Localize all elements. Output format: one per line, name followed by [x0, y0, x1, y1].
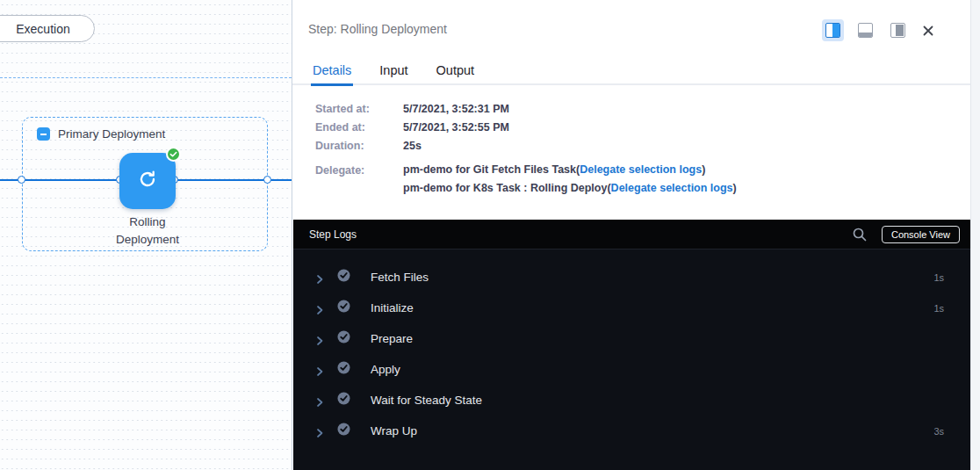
detail-value: 25s: [403, 141, 422, 152]
chevron-right-icon[interactable]: [314, 395, 325, 406]
node-label: Rolling Deployment: [90, 213, 205, 249]
collapse-minus-icon[interactable]: [37, 127, 50, 141]
pipeline-canvas[interactable]: Execution Primary Deployment: [0, 0, 292, 470]
stage-boundary-dashed-line: [0, 77, 292, 78]
log-step-row[interactable]: Fetch Files 1s: [293, 262, 972, 293]
tab-output[interactable]: Output: [436, 55, 475, 84]
check-circle-icon: [337, 361, 350, 378]
chevron-right-icon[interactable]: [314, 426, 325, 437]
layout-right-icon[interactable]: [887, 19, 909, 41]
log-step-row[interactable]: Prepare: [293, 323, 972, 354]
detail-label: Ended at:: [315, 122, 403, 134]
delegate-line: pm-demo for K8s Task : Rolling Deploy(De…: [403, 183, 737, 194]
pipeline-execution-screen: Execution Primary Deployment: [0, 0, 980, 470]
check-circle-icon: [337, 300, 350, 316]
check-circle-icon: [337, 423, 350, 439]
refresh-icon: [137, 169, 158, 193]
panel-window-controls: [822, 19, 935, 41]
connector-port: [18, 176, 25, 184]
log-step-duration: 1s: [933, 303, 944, 314]
log-step-label: Fetch Files: [371, 271, 429, 284]
tab-input[interactable]: Input: [379, 55, 407, 84]
layout-bottom-icon[interactable]: [854, 19, 876, 41]
log-step-label: Apply: [371, 363, 400, 376]
check-circle-icon: [337, 269, 350, 286]
detail-row-ended: Ended at: 5/7/2021, 3:52:55 PM: [315, 122, 737, 134]
chevron-right-icon[interactable]: [314, 334, 325, 344]
log-step-row[interactable]: Wrap Up 3s: [293, 416, 972, 446]
delegate-line: pm-demo for Git Fetch Files Task(Delegat…: [403, 164, 737, 176]
log-step-label: Prepare: [371, 332, 413, 345]
panel-scrollbar[interactable]: [970, 0, 980, 470]
step-logs-header: Step Logs Console View: [293, 220, 972, 249]
execution-breadcrumb-pill[interactable]: Execution: [0, 15, 95, 42]
chevron-right-icon[interactable]: [314, 365, 325, 375]
check-circle-icon: [337, 330, 350, 347]
step-node-rolling-deployment[interactable]: [119, 153, 176, 209]
detail-value: 5/7/2021, 3:52:31 PM: [403, 104, 509, 115]
log-step-label: Initialize: [371, 301, 414, 315]
group-label: Primary Deployment: [58, 127, 165, 141]
close-icon[interactable]: [921, 24, 935, 38]
tab-details[interactable]: Details: [313, 55, 351, 84]
detail-row-duration: Duration: 25s: [315, 141, 737, 152]
detail-row-started: Started at: 5/7/2021, 3:52:31 PM: [315, 104, 737, 115]
step-logs-panel: Step Logs Console View Fetch Files: [293, 220, 972, 470]
detail-row-delegate: Delegate: pm-demo for Git Fetch Files Ta…: [315, 164, 737, 201]
chevron-right-icon[interactable]: [314, 303, 325, 314]
panel-title: Step: Rolling Deployment: [308, 22, 447, 36]
detail-value: 5/7/2021, 3:52:55 PM: [403, 122, 509, 134]
search-icon[interactable]: [852, 227, 868, 242]
log-step-label: Wait for Steady State: [371, 394, 482, 407]
detail-label: Duration:: [315, 141, 403, 152]
log-step-duration: 3s: [933, 426, 944, 437]
step-details-panel: Step: Rolling Deployment Details Input O…: [292, 0, 980, 470]
log-step-row[interactable]: Initialize 1s: [293, 293, 972, 323]
connector-port: [263, 176, 271, 184]
success-check-badge-icon: [166, 147, 181, 162]
log-step-row[interactable]: Apply: [293, 354, 972, 385]
delegate-selection-logs-link[interactable]: Delegate selection logs: [611, 182, 733, 194]
step-logs-title: Step Logs: [309, 228, 357, 241]
layout-split-right-icon[interactable]: [822, 19, 844, 41]
detail-label: Started at:: [315, 104, 403, 115]
detail-label: Delegate:: [315, 164, 403, 201]
step-details: Started at: 5/7/2021, 3:52:31 PM Ended a…: [315, 104, 737, 201]
detail-tabs: Details Input Output: [292, 56, 971, 85]
log-step-label: Wrap Up: [371, 424, 417, 437]
log-step-row[interactable]: Wait for Steady State: [293, 385, 972, 416]
group-header: Primary Deployment: [37, 127, 165, 141]
execution-label: Execution: [16, 22, 69, 36]
console-view-button[interactable]: Console View: [882, 226, 960, 243]
check-circle-icon: [337, 392, 350, 409]
log-step-list: Fetch Files 1s Initialize 1s Prepare: [293, 249, 972, 446]
delegate-selection-logs-link[interactable]: Delegate selection logs: [580, 163, 702, 176]
log-step-duration: 1s: [933, 272, 944, 283]
chevron-right-icon[interactable]: [314, 272, 325, 283]
